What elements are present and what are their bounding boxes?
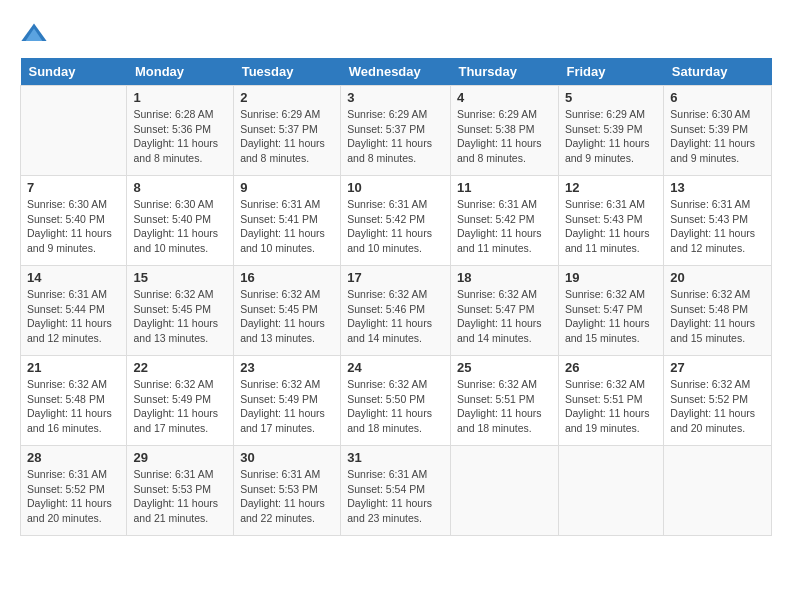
calendar-cell: 20Sunrise: 6:32 AMSunset: 5:48 PMDayligh… bbox=[664, 266, 772, 356]
day-info: Sunrise: 6:31 AMSunset: 5:52 PMDaylight:… bbox=[27, 467, 120, 526]
day-info: Sunrise: 6:31 AMSunset: 5:53 PMDaylight:… bbox=[240, 467, 334, 526]
day-info: Sunrise: 6:32 AMSunset: 5:49 PMDaylight:… bbox=[133, 377, 227, 436]
calendar-cell: 16Sunrise: 6:32 AMSunset: 5:45 PMDayligh… bbox=[234, 266, 341, 356]
calendar-week-row: 7Sunrise: 6:30 AMSunset: 5:40 PMDaylight… bbox=[21, 176, 772, 266]
day-number: 24 bbox=[347, 360, 444, 375]
day-number: 19 bbox=[565, 270, 657, 285]
day-info: Sunrise: 6:32 AMSunset: 5:45 PMDaylight:… bbox=[133, 287, 227, 346]
day-number: 10 bbox=[347, 180, 444, 195]
calendar-cell: 19Sunrise: 6:32 AMSunset: 5:47 PMDayligh… bbox=[558, 266, 663, 356]
calendar-week-row: 28Sunrise: 6:31 AMSunset: 5:52 PMDayligh… bbox=[21, 446, 772, 536]
calendar-cell: 30Sunrise: 6:31 AMSunset: 5:53 PMDayligh… bbox=[234, 446, 341, 536]
day-number: 28 bbox=[27, 450, 120, 465]
day-number: 8 bbox=[133, 180, 227, 195]
calendar-cell: 21Sunrise: 6:32 AMSunset: 5:48 PMDayligh… bbox=[21, 356, 127, 446]
day-info: Sunrise: 6:32 AMSunset: 5:48 PMDaylight:… bbox=[670, 287, 765, 346]
day-info: Sunrise: 6:31 AMSunset: 5:54 PMDaylight:… bbox=[347, 467, 444, 526]
day-info: Sunrise: 6:31 AMSunset: 5:41 PMDaylight:… bbox=[240, 197, 334, 256]
day-info: Sunrise: 6:30 AMSunset: 5:40 PMDaylight:… bbox=[133, 197, 227, 256]
calendar-cell: 28Sunrise: 6:31 AMSunset: 5:52 PMDayligh… bbox=[21, 446, 127, 536]
calendar-cell: 29Sunrise: 6:31 AMSunset: 5:53 PMDayligh… bbox=[127, 446, 234, 536]
day-number: 4 bbox=[457, 90, 552, 105]
calendar-cell: 23Sunrise: 6:32 AMSunset: 5:49 PMDayligh… bbox=[234, 356, 341, 446]
logo-icon bbox=[20, 20, 48, 48]
day-number: 11 bbox=[457, 180, 552, 195]
day-number: 29 bbox=[133, 450, 227, 465]
calendar-week-row: 21Sunrise: 6:32 AMSunset: 5:48 PMDayligh… bbox=[21, 356, 772, 446]
weekday-header: Friday bbox=[558, 58, 663, 86]
day-info: Sunrise: 6:31 AMSunset: 5:42 PMDaylight:… bbox=[347, 197, 444, 256]
day-info: Sunrise: 6:32 AMSunset: 5:45 PMDaylight:… bbox=[240, 287, 334, 346]
day-info: Sunrise: 6:31 AMSunset: 5:44 PMDaylight:… bbox=[27, 287, 120, 346]
day-info: Sunrise: 6:29 AMSunset: 5:37 PMDaylight:… bbox=[347, 107, 444, 166]
day-info: Sunrise: 6:31 AMSunset: 5:43 PMDaylight:… bbox=[670, 197, 765, 256]
calendar-cell bbox=[450, 446, 558, 536]
calendar-cell: 14Sunrise: 6:31 AMSunset: 5:44 PMDayligh… bbox=[21, 266, 127, 356]
day-info: Sunrise: 6:32 AMSunset: 5:52 PMDaylight:… bbox=[670, 377, 765, 436]
calendar-cell: 7Sunrise: 6:30 AMSunset: 5:40 PMDaylight… bbox=[21, 176, 127, 266]
day-number: 18 bbox=[457, 270, 552, 285]
day-number: 20 bbox=[670, 270, 765, 285]
calendar-week-row: 1Sunrise: 6:28 AMSunset: 5:36 PMDaylight… bbox=[21, 86, 772, 176]
day-info: Sunrise: 6:31 AMSunset: 5:43 PMDaylight:… bbox=[565, 197, 657, 256]
calendar-cell: 2Sunrise: 6:29 AMSunset: 5:37 PMDaylight… bbox=[234, 86, 341, 176]
day-info: Sunrise: 6:32 AMSunset: 5:48 PMDaylight:… bbox=[27, 377, 120, 436]
day-number: 6 bbox=[670, 90, 765, 105]
day-info: Sunrise: 6:30 AMSunset: 5:39 PMDaylight:… bbox=[670, 107, 765, 166]
day-info: Sunrise: 6:32 AMSunset: 5:50 PMDaylight:… bbox=[347, 377, 444, 436]
day-info: Sunrise: 6:32 AMSunset: 5:51 PMDaylight:… bbox=[565, 377, 657, 436]
day-number: 3 bbox=[347, 90, 444, 105]
calendar-cell: 3Sunrise: 6:29 AMSunset: 5:37 PMDaylight… bbox=[341, 86, 451, 176]
calendar-cell: 24Sunrise: 6:32 AMSunset: 5:50 PMDayligh… bbox=[341, 356, 451, 446]
day-number: 2 bbox=[240, 90, 334, 105]
weekday-header: Sunday bbox=[21, 58, 127, 86]
day-info: Sunrise: 6:32 AMSunset: 5:47 PMDaylight:… bbox=[457, 287, 552, 346]
calendar-cell: 18Sunrise: 6:32 AMSunset: 5:47 PMDayligh… bbox=[450, 266, 558, 356]
day-number: 25 bbox=[457, 360, 552, 375]
calendar-cell: 11Sunrise: 6:31 AMSunset: 5:42 PMDayligh… bbox=[450, 176, 558, 266]
calendar-cell: 27Sunrise: 6:32 AMSunset: 5:52 PMDayligh… bbox=[664, 356, 772, 446]
day-number: 22 bbox=[133, 360, 227, 375]
day-number: 31 bbox=[347, 450, 444, 465]
day-number: 15 bbox=[133, 270, 227, 285]
calendar-cell: 4Sunrise: 6:29 AMSunset: 5:38 PMDaylight… bbox=[450, 86, 558, 176]
calendar-table: SundayMondayTuesdayWednesdayThursdayFrid… bbox=[20, 58, 772, 536]
calendar-cell: 12Sunrise: 6:31 AMSunset: 5:43 PMDayligh… bbox=[558, 176, 663, 266]
calendar-cell bbox=[664, 446, 772, 536]
day-info: Sunrise: 6:31 AMSunset: 5:42 PMDaylight:… bbox=[457, 197, 552, 256]
day-number: 1 bbox=[133, 90, 227, 105]
calendar-cell: 5Sunrise: 6:29 AMSunset: 5:39 PMDaylight… bbox=[558, 86, 663, 176]
day-number: 23 bbox=[240, 360, 334, 375]
day-number: 12 bbox=[565, 180, 657, 195]
calendar-cell: 17Sunrise: 6:32 AMSunset: 5:46 PMDayligh… bbox=[341, 266, 451, 356]
day-number: 27 bbox=[670, 360, 765, 375]
day-number: 7 bbox=[27, 180, 120, 195]
calendar-cell: 15Sunrise: 6:32 AMSunset: 5:45 PMDayligh… bbox=[127, 266, 234, 356]
calendar-cell: 1Sunrise: 6:28 AMSunset: 5:36 PMDaylight… bbox=[127, 86, 234, 176]
day-info: Sunrise: 6:30 AMSunset: 5:40 PMDaylight:… bbox=[27, 197, 120, 256]
day-info: Sunrise: 6:32 AMSunset: 5:46 PMDaylight:… bbox=[347, 287, 444, 346]
day-info: Sunrise: 6:28 AMSunset: 5:36 PMDaylight:… bbox=[133, 107, 227, 166]
weekday-header: Tuesday bbox=[234, 58, 341, 86]
day-number: 9 bbox=[240, 180, 334, 195]
calendar-cell: 31Sunrise: 6:31 AMSunset: 5:54 PMDayligh… bbox=[341, 446, 451, 536]
day-number: 14 bbox=[27, 270, 120, 285]
calendar-header-row: SundayMondayTuesdayWednesdayThursdayFrid… bbox=[21, 58, 772, 86]
calendar-cell: 13Sunrise: 6:31 AMSunset: 5:43 PMDayligh… bbox=[664, 176, 772, 266]
day-number: 13 bbox=[670, 180, 765, 195]
day-info: Sunrise: 6:32 AMSunset: 5:47 PMDaylight:… bbox=[565, 287, 657, 346]
day-number: 26 bbox=[565, 360, 657, 375]
day-info: Sunrise: 6:29 AMSunset: 5:38 PMDaylight:… bbox=[457, 107, 552, 166]
day-number: 30 bbox=[240, 450, 334, 465]
logo bbox=[20, 20, 52, 48]
calendar-cell: 10Sunrise: 6:31 AMSunset: 5:42 PMDayligh… bbox=[341, 176, 451, 266]
day-number: 16 bbox=[240, 270, 334, 285]
calendar-cell: 22Sunrise: 6:32 AMSunset: 5:49 PMDayligh… bbox=[127, 356, 234, 446]
calendar-cell: 6Sunrise: 6:30 AMSunset: 5:39 PMDaylight… bbox=[664, 86, 772, 176]
day-info: Sunrise: 6:29 AMSunset: 5:37 PMDaylight:… bbox=[240, 107, 334, 166]
day-info: Sunrise: 6:32 AMSunset: 5:49 PMDaylight:… bbox=[240, 377, 334, 436]
day-number: 5 bbox=[565, 90, 657, 105]
calendar-cell: 9Sunrise: 6:31 AMSunset: 5:41 PMDaylight… bbox=[234, 176, 341, 266]
day-number: 21 bbox=[27, 360, 120, 375]
day-info: Sunrise: 6:31 AMSunset: 5:53 PMDaylight:… bbox=[133, 467, 227, 526]
